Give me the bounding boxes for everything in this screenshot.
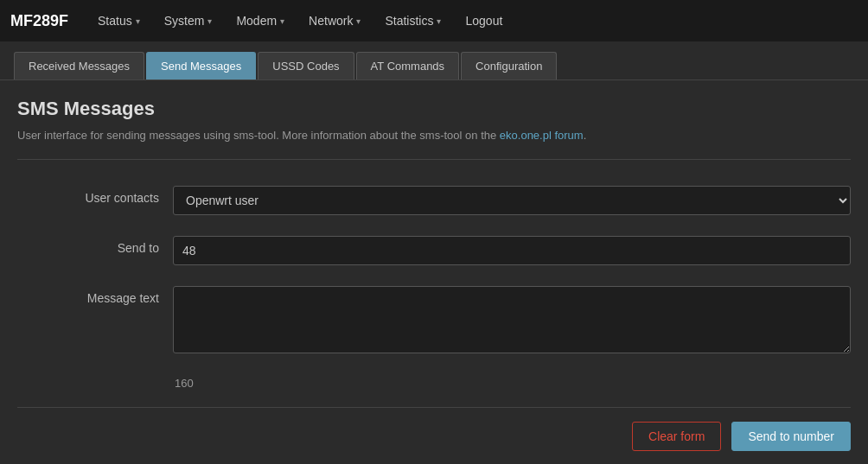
nav-item-logout[interactable]: Logout (453, 2, 514, 40)
nav-item-modem[interactable]: Modem ▾ (224, 2, 297, 40)
nav-item-system[interactable]: System ▾ (152, 2, 225, 40)
nav-item-network[interactable]: Network ▾ (297, 2, 373, 40)
page-description: User interface for sending messages usin… (17, 129, 851, 142)
message-text-input[interactable] (173, 286, 851, 353)
form-row-user-contacts: User contacts Openwrt user (17, 186, 851, 215)
user-contacts-select[interactable]: Openwrt user (173, 186, 851, 215)
nav-items: Status ▾ System ▾ Modem ▾ Network ▾ Stat… (86, 2, 514, 40)
tab-send-messages[interactable]: Send Messages (146, 52, 256, 79)
message-text-label: Message text (17, 286, 173, 305)
form-row-send-to: Send to (17, 236, 851, 265)
forum-link[interactable]: eko.one.pl forum (500, 129, 584, 142)
chevron-down-icon: ▾ (280, 16, 284, 26)
main-content: SMS Messages User interface for sending … (0, 80, 868, 464)
action-row: Clear form Send to number (17, 422, 851, 460)
tab-received-messages[interactable]: Received Messages (14, 52, 144, 79)
form-row-message-text: Message text (17, 286, 851, 356)
user-contacts-control: Openwrt user (173, 186, 851, 215)
message-text-control (173, 286, 851, 356)
nav-item-statistics[interactable]: Statistics ▾ (373, 2, 453, 40)
action-divider (17, 407, 851, 408)
nav-item-status[interactable]: Status ▾ (86, 2, 152, 40)
chevron-down-icon: ▾ (136, 16, 140, 26)
user-contacts-label: User contacts (17, 186, 173, 205)
tab-ussd-codes[interactable]: USSD Codes (258, 52, 354, 79)
char-count: 160 (175, 377, 851, 390)
send-to-control (173, 236, 851, 265)
navbar: MF289F Status ▾ System ▾ Modem ▾ Network… (0, 0, 868, 41)
tab-configuration[interactable]: Configuration (461, 52, 557, 79)
chevron-down-icon: ▾ (207, 16, 212, 26)
send-to-label: Send to (17, 236, 173, 255)
chevron-down-icon: ▾ (437, 16, 441, 26)
chevron-down-icon: ▾ (356, 16, 361, 26)
send-to-number-button[interactable]: Send to number (731, 422, 851, 451)
form-section: User contacts Openwrt user Send to Messa… (17, 177, 851, 398)
tab-bar: Received Messages Send Messages USSD Cod… (0, 41, 868, 80)
tab-at-commands[interactable]: AT Commands (356, 52, 460, 79)
brand: MF289F (10, 12, 68, 30)
divider-top (17, 159, 851, 160)
send-to-input[interactable] (173, 236, 851, 265)
page-title: SMS Messages (17, 98, 851, 120)
clear-form-button[interactable]: Clear form (632, 422, 721, 451)
